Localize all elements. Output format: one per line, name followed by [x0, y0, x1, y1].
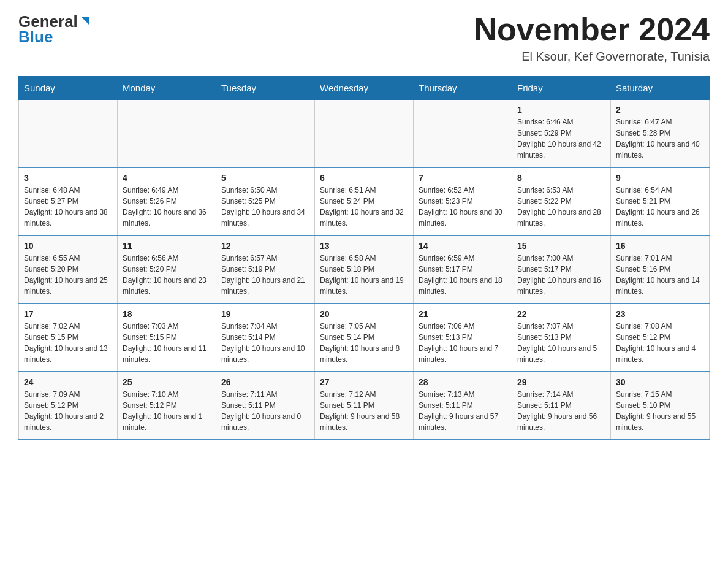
day-info: Daylight: 10 hours and 8 minutes.	[320, 343, 408, 365]
calendar-week-5: 24Sunrise: 7:09 AMSunset: 5:12 PMDayligh…	[19, 372, 710, 440]
day-number: 26	[221, 377, 309, 387]
day-info: Daylight: 10 hours and 7 minutes.	[419, 343, 507, 365]
logo-blue-text: Blue	[18, 28, 53, 47]
calendar-body: 1Sunrise: 6:46 AMSunset: 5:29 PMDaylight…	[19, 100, 710, 440]
day-info: Sunset: 5:20 PM	[123, 264, 211, 275]
day-info: Daylight: 9 hours and 57 minutes.	[419, 411, 507, 433]
day-number: 18	[123, 309, 211, 319]
location-title: El Ksour, Kef Governorate, Tunisia	[474, 50, 710, 64]
svg-marker-0	[81, 17, 89, 25]
calendar-cell: 19Sunrise: 7:04 AMSunset: 5:14 PMDayligh…	[216, 304, 315, 372]
calendar-cell: 28Sunrise: 7:13 AMSunset: 5:11 PMDayligh…	[414, 372, 512, 440]
calendar-cell: 12Sunrise: 6:57 AMSunset: 5:19 PMDayligh…	[216, 236, 315, 304]
day-number: 15	[517, 241, 605, 251]
day-info: Sunset: 5:12 PM	[616, 332, 704, 343]
day-info: Sunset: 5:15 PM	[24, 332, 112, 343]
day-info: Sunrise: 6:47 AM	[616, 117, 704, 128]
day-info: Sunrise: 7:10 AM	[123, 389, 211, 400]
day-info: Daylight: 10 hours and 1 minute.	[123, 411, 211, 433]
day-info: Sunset: 5:14 PM	[320, 332, 408, 343]
day-number: 12	[221, 241, 309, 251]
day-number: 4	[123, 173, 211, 183]
day-info: Sunrise: 6:54 AM	[616, 185, 704, 196]
calendar-cell: 11Sunrise: 6:56 AMSunset: 5:20 PMDayligh…	[118, 236, 216, 304]
day-number: 28	[419, 377, 507, 387]
weekday-header-thursday: Thursday	[414, 77, 512, 100]
calendar-week-1: 1Sunrise: 6:46 AMSunset: 5:29 PMDaylight…	[19, 100, 710, 168]
calendar-cell	[414, 100, 512, 168]
calendar-cell	[216, 100, 315, 168]
calendar-cell: 21Sunrise: 7:06 AMSunset: 5:13 PMDayligh…	[414, 304, 512, 372]
day-info: Daylight: 10 hours and 14 minutes.	[616, 275, 704, 297]
day-info: Daylight: 10 hours and 0 minutes.	[221, 411, 309, 433]
day-info: Daylight: 10 hours and 26 minutes.	[616, 207, 704, 229]
day-info: Sunrise: 6:48 AM	[24, 185, 112, 196]
day-number: 19	[221, 309, 309, 319]
day-info: Sunrise: 6:55 AM	[24, 253, 112, 264]
calendar-cell: 5Sunrise: 6:50 AMSunset: 5:25 PMDaylight…	[216, 167, 315, 236]
calendar-cell: 15Sunrise: 7:00 AMSunset: 5:17 PMDayligh…	[512, 236, 611, 304]
day-info: Daylight: 10 hours and 13 minutes.	[24, 343, 112, 365]
day-info: Daylight: 10 hours and 42 minutes.	[517, 139, 605, 161]
day-info: Daylight: 10 hours and 18 minutes.	[419, 275, 507, 297]
day-info: Sunrise: 7:02 AM	[24, 321, 112, 332]
logo-triangle-icon	[80, 15, 91, 26]
day-info: Sunrise: 7:13 AM	[419, 389, 507, 400]
day-info: Daylight: 10 hours and 28 minutes.	[517, 207, 605, 229]
day-info: Sunset: 5:18 PM	[320, 264, 408, 275]
day-info: Sunset: 5:12 PM	[123, 400, 211, 411]
day-number: 23	[616, 309, 704, 319]
day-info: Daylight: 10 hours and 40 minutes.	[616, 139, 704, 161]
calendar-cell: 16Sunrise: 7:01 AMSunset: 5:16 PMDayligh…	[611, 236, 710, 304]
day-info: Sunset: 5:25 PM	[221, 196, 309, 207]
day-number: 6	[320, 173, 408, 183]
day-info: Sunset: 5:13 PM	[517, 332, 605, 343]
day-number: 2	[616, 105, 704, 115]
day-info: Daylight: 10 hours and 5 minutes.	[517, 343, 605, 365]
day-number: 29	[517, 377, 605, 387]
day-info: Sunrise: 7:03 AM	[123, 321, 211, 332]
calendar-cell: 24Sunrise: 7:09 AMSunset: 5:12 PMDayligh…	[19, 372, 118, 440]
day-info: Daylight: 10 hours and 11 minutes.	[123, 343, 211, 365]
calendar-cell: 3Sunrise: 6:48 AMSunset: 5:27 PMDaylight…	[19, 167, 118, 236]
day-info: Daylight: 9 hours and 58 minutes.	[320, 411, 408, 433]
day-number: 5	[221, 173, 309, 183]
day-info: Sunrise: 7:14 AM	[517, 389, 605, 400]
month-title: November 2024	[474, 12, 710, 47]
calendar-cell: 17Sunrise: 7:02 AMSunset: 5:15 PMDayligh…	[19, 304, 118, 372]
calendar-week-4: 17Sunrise: 7:02 AMSunset: 5:15 PMDayligh…	[19, 304, 710, 372]
calendar-cell	[118, 100, 216, 168]
day-info: Sunset: 5:23 PM	[419, 196, 507, 207]
calendar-cell: 20Sunrise: 7:05 AMSunset: 5:14 PMDayligh…	[315, 304, 414, 372]
day-info: Sunset: 5:29 PM	[517, 128, 605, 139]
calendar-cell: 10Sunrise: 6:55 AMSunset: 5:20 PMDayligh…	[19, 236, 118, 304]
day-info: Sunset: 5:12 PM	[24, 400, 112, 411]
day-info: Daylight: 10 hours and 25 minutes.	[24, 275, 112, 297]
day-info: Sunrise: 6:52 AM	[419, 185, 507, 196]
day-info: Daylight: 10 hours and 19 minutes.	[320, 275, 408, 297]
day-number: 16	[616, 241, 704, 251]
calendar-cell: 25Sunrise: 7:10 AMSunset: 5:12 PMDayligh…	[118, 372, 216, 440]
day-info: Daylight: 10 hours and 36 minutes.	[123, 207, 211, 229]
day-info: Daylight: 9 hours and 56 minutes.	[517, 411, 605, 433]
day-info: Sunrise: 6:51 AM	[320, 185, 408, 196]
day-info: Sunset: 5:28 PM	[616, 128, 704, 139]
day-info: Sunset: 5:24 PM	[320, 196, 408, 207]
day-info: Sunset: 5:22 PM	[517, 196, 605, 207]
weekday-header-saturday: Saturday	[611, 77, 710, 100]
calendar-table: SundayMondayTuesdayWednesdayThursdayFrid…	[18, 76, 710, 440]
day-info: Daylight: 10 hours and 30 minutes.	[419, 207, 507, 229]
day-info: Sunrise: 7:08 AM	[616, 321, 704, 332]
calendar-cell: 26Sunrise: 7:11 AMSunset: 5:11 PMDayligh…	[216, 372, 315, 440]
day-info: Sunset: 5:16 PM	[616, 264, 704, 275]
day-info: Sunset: 5:11 PM	[517, 400, 605, 411]
calendar-week-2: 3Sunrise: 6:48 AMSunset: 5:27 PMDaylight…	[19, 167, 710, 236]
day-info: Sunset: 5:15 PM	[123, 332, 211, 343]
day-number: 1	[517, 105, 605, 115]
calendar-cell: 4Sunrise: 6:49 AMSunset: 5:26 PMDaylight…	[118, 167, 216, 236]
day-info: Sunset: 5:11 PM	[419, 400, 507, 411]
day-info: Sunset: 5:21 PM	[616, 196, 704, 207]
day-info: Sunrise: 6:56 AM	[123, 253, 211, 264]
weekday-header-friday: Friday	[512, 77, 611, 100]
day-info: Sunset: 5:20 PM	[24, 264, 112, 275]
